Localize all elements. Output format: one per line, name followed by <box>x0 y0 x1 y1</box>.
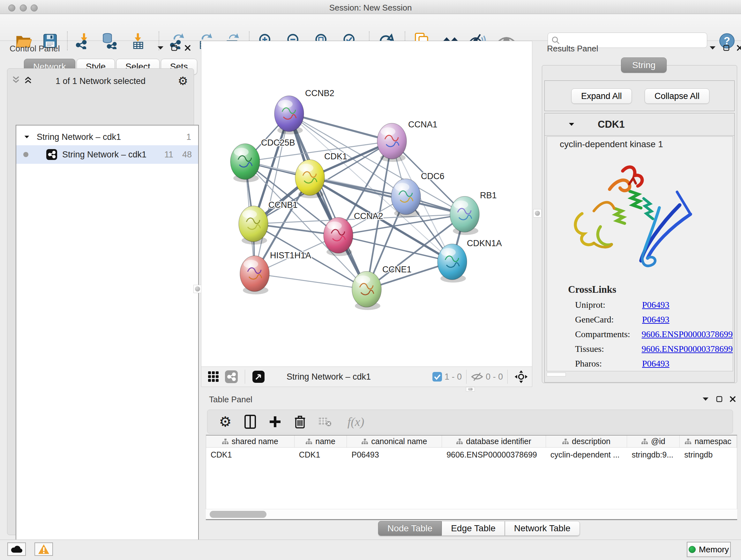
node-RB1[interactable]: RB1 <box>450 191 497 235</box>
grid-view-button[interactable] <box>205 368 222 385</box>
column-header-database-identifier[interactable]: database identifier <box>442 435 546 447</box>
trash-icon <box>294 415 306 428</box>
attribute-icon <box>642 438 648 445</box>
crosslink-uniprot-link[interactable]: P06493 <box>642 300 670 310</box>
control-panel: Control Panel Network Style Select Sets … <box>0 41 201 538</box>
tab-edge-table[interactable]: Edge Table <box>442 521 505 536</box>
table-options-button[interactable]: ⚙ <box>217 413 233 431</box>
expand-collapse-box: Expand All Collapse All <box>544 80 735 111</box>
float-panel-icon[interactable] <box>171 45 178 51</box>
collapse-all-button[interactable]: Collapse All <box>645 88 710 104</box>
network-view-mode-button[interactable] <box>222 368 240 385</box>
column-header-@id[interactable]: @id <box>627 435 680 447</box>
network-view: CCNB2CCNA1CDC25BCDK1CDC6RB1CCNB1CCNA2CDK… <box>201 41 532 387</box>
crosslink-row: GeneCard: P06493 <box>575 314 733 325</box>
tab-string[interactable]: String <box>621 57 667 73</box>
table-h-scrollbar-thumb[interactable] <box>210 511 266 518</box>
crosslink-tissues-link[interactable]: 9606.ENSP00000378699 <box>642 344 733 354</box>
section-collapse-icon[interactable] <box>568 122 575 127</box>
footer-separator <box>245 370 245 384</box>
attribute-icon <box>222 438 228 445</box>
node-table: shared namenamecanonical namedatabase id… <box>206 435 737 520</box>
network-selection-status: 1 of 1 Network selected <box>7 76 194 86</box>
collection-expand-icon[interactable] <box>24 135 30 139</box>
share-view-icon <box>225 370 238 383</box>
network-row[interactable]: String Network – cdk1 11 48 <box>16 145 198 164</box>
node-CDC6[interactable]: CDC6 <box>391 172 445 217</box>
float-panel-icon[interactable] <box>716 396 723 402</box>
hidden-eye-icon[interactable] <box>471 372 483 382</box>
control-panel-title: Control Panel <box>10 44 60 54</box>
cell-shared-name[interactable]: CDK1 <box>206 450 294 459</box>
right-splitter-handle[interactable] <box>533 209 542 217</box>
memory-label: Memory <box>699 545 729 555</box>
delete-table-button[interactable] <box>317 413 333 431</box>
cell-canonical-name[interactable]: P06493 <box>347 450 442 459</box>
tab-node-table[interactable]: Node Table <box>378 521 442 536</box>
tab-network-table[interactable]: Network Table <box>505 521 580 536</box>
function-builder-button[interactable]: f(x) <box>341 413 370 431</box>
column-header-namespac[interactable]: namespac <box>680 435 737 447</box>
node-label-CDK1: CDK1 <box>324 152 347 161</box>
delete-column-button[interactable] <box>292 413 308 431</box>
crosslink-genecard-link[interactable]: P06493 <box>642 314 670 325</box>
node-HIST1H1A[interactable]: HIST1H1A <box>240 251 311 294</box>
node-label-CCNA2: CCNA2 <box>354 211 383 221</box>
current-network-name: String Network – cdk1 <box>286 372 371 382</box>
close-panel-icon[interactable] <box>185 45 191 51</box>
cell-name[interactable]: CDK1 <box>294 450 347 459</box>
attribute-icon <box>685 438 691 445</box>
cell-@id[interactable]: stringdb:9... <box>627 450 680 459</box>
selected-checkbox-icon[interactable] <box>432 372 442 381</box>
attribute-icon <box>361 438 368 445</box>
column-header-description[interactable]: description <box>546 435 627 447</box>
network-options-gear-icon[interactable]: ⚙ <box>178 74 188 88</box>
expand-all-button[interactable]: Expand All <box>571 88 632 104</box>
warnings-button[interactable] <box>35 543 53 556</box>
network-panel-body: 1 of 1 Network selected ⚙ String Network… <box>7 68 194 535</box>
cell-namespac[interactable]: stringdb <box>680 450 737 459</box>
cell-description[interactable]: cyclin-dependent ... <box>546 450 627 459</box>
results-panel-title: Results Panel <box>547 44 598 54</box>
panel-menu-icon[interactable] <box>157 45 164 51</box>
column-header-shared-name[interactable]: shared name <box>206 435 294 447</box>
cell-database-identifier[interactable]: 9606.ENSP00000378699 <box>442 450 546 459</box>
crosshair-move-icon <box>515 370 528 383</box>
cloud-status-button[interactable] <box>7 543 26 556</box>
plus-icon <box>269 416 281 428</box>
network-edge-count: 48 <box>182 150 192 160</box>
pan-mode-button[interactable] <box>512 368 530 385</box>
panel-menu-icon[interactable] <box>709 45 716 51</box>
edge-HIST1H1A-CCNE1 <box>255 273 367 289</box>
attribute-icon <box>562 438 569 445</box>
attribute-icon <box>306 438 312 445</box>
bottom-splitter-handle[interactable] <box>466 387 475 391</box>
title-bar: Session: New Session <box>0 0 741 14</box>
protein-section-header[interactable]: CDK1 <box>545 113 734 136</box>
network-canvas[interactable]: CCNB2CCNA1CDC25BCDK1CDC6RB1CCNB1CCNA2CDK… <box>201 41 532 366</box>
create-column-button[interactable] <box>267 413 283 431</box>
network-collection-row[interactable]: String Network – cdk1 1 <box>16 129 198 145</box>
network-status-dot <box>23 152 28 157</box>
results-scrollbar-thumb[interactable] <box>547 373 566 376</box>
node-CDKN1A[interactable]: CDKN1A <box>437 239 502 283</box>
crosslink-pharos-link[interactable]: P06493 <box>642 359 670 369</box>
node-label-CCNB2: CCNB2 <box>305 88 334 98</box>
memory-button[interactable]: Memory <box>687 542 731 557</box>
close-panel-icon[interactable] <box>737 45 741 51</box>
node-CCNE1[interactable]: CCNE1 <box>352 265 412 310</box>
node-CCNA1[interactable]: CCNA1 <box>377 120 437 162</box>
close-panel-icon[interactable] <box>730 396 736 402</box>
column-header-name[interactable]: name <box>294 435 347 447</box>
table-row[interactable]: CDK1CDK1P064939606.ENSP00000378699cyclin… <box>206 448 737 462</box>
attribute-icon <box>456 438 463 445</box>
results-panel: Results Panel String Expand All Collapse… <box>542 41 741 388</box>
left-splitter-handle[interactable] <box>193 285 202 293</box>
gear-icon: ⚙ <box>219 414 231 430</box>
column-header-canonical-name[interactable]: canonical name <box>347 435 442 447</box>
panel-menu-icon[interactable] <box>702 396 709 401</box>
crosslink-compartments-link[interactable]: 9606.ENSP00000378699 <box>642 329 733 339</box>
detach-view-button[interactable] <box>250 368 267 385</box>
show-columns-button[interactable] <box>242 413 259 431</box>
float-panel-icon[interactable] <box>723 45 730 51</box>
